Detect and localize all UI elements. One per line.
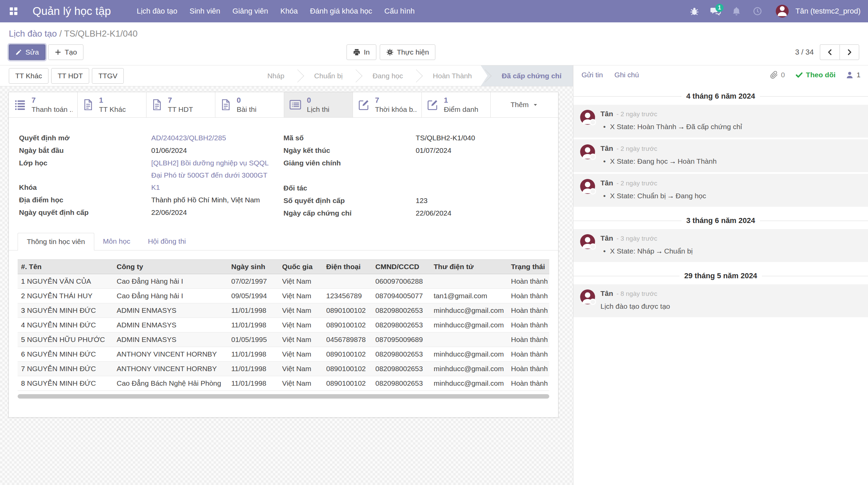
date-separator: 4 tháng 6 năm 2024 [573, 92, 868, 101]
field-column-left: Quyết định mởAD/240423/QLBH2/285Ngày bắt… [19, 132, 283, 220]
menu-item-0[interactable]: Lịch đào tạo [132, 4, 182, 18]
row-number: 5 [21, 336, 25, 343]
table-row[interactable]: 4 NGUYỄN MINH ĐỨCADMIN ENMASYS11/01/1998… [18, 318, 549, 332]
cell: 123456789 [323, 289, 372, 303]
notifications-bell-icon[interactable] [728, 4, 745, 19]
tab-2[interactable]: Hội đồng thi [139, 233, 195, 250]
breadcrumb-separator: / [59, 28, 64, 39]
plus-icon [55, 49, 61, 56]
send-message-button[interactable]: Gửi tin [581, 71, 603, 79]
chatter-message: Tân- 2 ngày trướcX State: Chuẩn bị→Đang … [573, 174, 868, 207]
statusbar-button-1[interactable]: TT HDT [51, 68, 89, 84]
cell: 087095009689 [372, 332, 430, 347]
menu-item-4[interactable]: Đánh giá khóa học [305, 4, 377, 18]
table-row[interactable]: 3 NGUYỄN MINH ĐỨCADMIN ENMASYS11/01/1998… [18, 303, 549, 318]
row-number: 7 [21, 365, 25, 372]
field-value[interactable]: K1 [151, 181, 160, 194]
pager-next-button[interactable] [840, 44, 859, 60]
edit-icon [427, 99, 439, 111]
arrow-right-icon: → [654, 247, 664, 255]
cell: 11/01/1998 [228, 347, 279, 362]
table-row[interactable]: 1 NGUYỄN VĂN CỦACao Đẳng Hàng hải I07/02… [18, 274, 549, 289]
smart-button-4[interactable]: 0Lịch thi [284, 92, 353, 117]
pager-previous-button[interactable] [820, 44, 840, 60]
statusbar-button-0[interactable]: TT Khác [9, 68, 48, 84]
stage-3[interactable]: Hoàn Thành [424, 65, 481, 86]
menu-item-5[interactable]: Cấu hình [380, 4, 419, 18]
smart-button-5[interactable]: 7Thời khóa b... [353, 92, 422, 117]
field-label: Lớp học [19, 157, 151, 169]
table-row[interactable]: 7 NGUYỄN MINH ĐỨCANTHONY VINCENT HORNBY1… [18, 362, 549, 376]
smart-button-value: 0 [307, 96, 330, 105]
main-menu: Lịch đào tạoSinh viênGiảng viênKhóaĐánh … [132, 4, 419, 18]
smart-button-label: TT HDT [168, 105, 193, 114]
tab-0[interactable]: Thông tin học viên [18, 233, 94, 250]
table-row[interactable]: 2 NGUYỄN THÁI HUYCao Đẳng Hàng hải I09/0… [18, 289, 549, 303]
field-row: Địa điểm họcThành phố Hồ Chí Minh, Việt … [19, 194, 283, 206]
messages-icon[interactable]: 1 [707, 4, 724, 19]
pencil-icon [15, 49, 22, 56]
activities-clock-icon[interactable] [749, 4, 766, 19]
field-value[interactable]: [QLBH2] Bồi dưỡng nghiệp vụ SQQL Đại Phó… [151, 157, 277, 181]
cell: 11/01/1998 [228, 318, 279, 332]
field-value: 22/06/2024 [151, 206, 187, 219]
table-row[interactable]: 5 NGUYỄN HỮU PHƯỚCADMIN ENMASYS01/05/199… [18, 332, 549, 347]
more-smart-buttons-button[interactable]: Thêm [491, 92, 558, 117]
user-avatar[interactable] [776, 5, 789, 18]
message-author: Tân [600, 110, 613, 118]
menu-item-2[interactable]: Giảng viên [228, 4, 273, 18]
students-table-wrap: #. TênCông tyNgày sinhQuốc giaĐiện thoại… [9, 250, 558, 399]
gear-icon [386, 48, 394, 56]
cell: Hoàn thành [508, 289, 549, 303]
edit-button[interactable]: Sửa [9, 44, 45, 60]
cell-name: 5 NGUYỄN HỮU PHƯỚC [18, 332, 113, 347]
smart-button-value: 7 [375, 96, 417, 105]
date-separator-label: 29 tháng 5 năm 2024 [684, 271, 757, 280]
smart-button-6[interactable]: 1Điểm danh [422, 92, 491, 117]
create-button[interactable]: Tạo [48, 44, 83, 60]
cell: 0890100102 [323, 362, 372, 376]
cell: 0890100102 [323, 318, 372, 332]
stage-2[interactable]: Đang học [364, 65, 412, 86]
cell: Việt Nam [279, 274, 323, 289]
apps-grid-icon[interactable] [7, 4, 20, 18]
stage-0[interactable]: Nháp [258, 65, 293, 86]
menu-item-1[interactable]: Sinh viên [185, 4, 225, 18]
row-number: 2 [21, 292, 25, 300]
follow-button[interactable]: Theo dõi [795, 71, 836, 79]
paperclip-icon [770, 71, 778, 79]
smart-button-0[interactable]: 7Thanh toán ... [9, 92, 78, 117]
smart-button-2[interactable]: 7TT HDT [146, 92, 215, 117]
menu-item-3[interactable]: Khóa [276, 4, 302, 18]
chatter-message: Tân- 2 ngày trướcX State: Đang học→Hoàn … [573, 139, 868, 172]
table-column-header: Điện thoại [323, 260, 372, 274]
cell: 082098002653 [372, 303, 430, 318]
breadcrumb-parent-link[interactable]: Lịch đào tạo [9, 28, 57, 39]
field-value[interactable]: AD/240423/QLBH2/285 [151, 132, 226, 144]
cell: 060097006288 [372, 274, 430, 289]
smart-button-3[interactable]: 0Bài thi [215, 92, 284, 117]
stage-1[interactable]: Chuẩn bị [305, 65, 352, 86]
cell-name: 7 NGUYỄN MINH ĐỨC [18, 362, 113, 376]
tab-1[interactable]: Môn học [94, 233, 139, 250]
cell: Việt Nam [279, 362, 323, 376]
table-row[interactable]: 6 NGUYỄN MINH ĐỨCANTHONY VINCENT HORNBY1… [18, 347, 549, 362]
action-button[interactable]: Thực hiện [380, 44, 436, 60]
followers-button[interactable]: 1 [846, 71, 861, 79]
stage-4[interactable]: Đã cấp chứng chỉ [481, 65, 573, 86]
smart-button-1[interactable]: 1TT Khác [78, 92, 146, 117]
smart-button-value: 7 [32, 96, 73, 105]
user-menu[interactable]: Tân (testmc2_prod) [795, 7, 861, 16]
horizontal-scrollbar[interactable] [18, 394, 549, 399]
log-note-button[interactable]: Ghi chú [614, 71, 639, 79]
app-title[interactable]: Quản lý học tập [33, 5, 111, 18]
list-alt-icon [289, 99, 302, 110]
debug-bug-icon[interactable] [686, 4, 703, 19]
attachments-button[interactable]: 0 [770, 71, 785, 79]
field-label: Giảng viên chính [283, 157, 416, 169]
table-column-header: #. Tên [18, 260, 113, 274]
table-row[interactable]: 8 NGUYỄN MINH ĐỨCCao Đẳng Bách Nghệ Hải … [18, 376, 549, 391]
print-button[interactable]: In [347, 44, 376, 60]
statusbar-button-2[interactable]: TTGV [92, 68, 124, 84]
cell: 0890100102 [323, 303, 372, 318]
